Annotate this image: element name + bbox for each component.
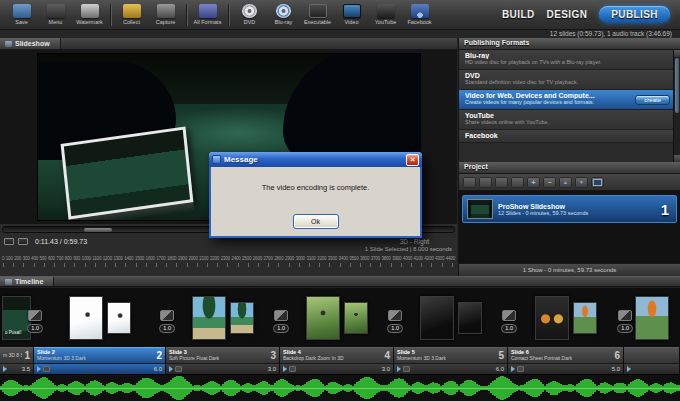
transition-4-5[interactable]: 1.0 [387, 310, 403, 333]
show-list-icon[interactable] [463, 177, 476, 188]
add-show-icon[interactable] [527, 177, 540, 188]
executable-button[interactable]: Executable [301, 1, 334, 29]
play-icon[interactable] [37, 366, 41, 372]
slideshow-item-icon[interactable] [479, 177, 492, 188]
create-button[interactable]: create [635, 95, 670, 105]
timeline-section: Timeline o Pusat! m 3D 8 Spo 1 [0, 276, 680, 401]
slide-2-thumbnail[interactable] [69, 296, 103, 340]
audio-waveform[interactable] [0, 374, 680, 401]
slide-4-namebar: Slide 4 Backdrop Dark Zoom In 3D 4 [280, 347, 393, 363]
bluray-button[interactable]: Blu-ray [267, 1, 300, 29]
slide-3-layer-thumbnail[interactable] [230, 302, 254, 334]
publishing-scrollbar[interactable] [673, 50, 680, 162]
save-button[interactable]: Save [5, 1, 38, 29]
remove-show-icon[interactable] [543, 177, 556, 188]
layers-icon[interactable] [511, 177, 524, 188]
bluray-label: Blu-ray [275, 19, 292, 25]
fullscreen-icon[interactable] [4, 238, 14, 245]
scrollbar-thumb[interactable] [675, 58, 679, 113]
toolbar-separator [110, 4, 111, 26]
toolbar-separator [186, 4, 187, 26]
slide-6-layer-thumbnail[interactable] [573, 302, 597, 334]
pub-item-facebook[interactable]: Facebook [459, 130, 680, 143]
display-icon[interactable] [591, 177, 604, 188]
mode-switcher: BUILD DESIGN PUBLISH [502, 6, 675, 23]
all-formats-button[interactable]: All Formats [191, 1, 224, 29]
slide-3[interactable]: Slide 3 Soft Picture Float Dark 3 3.0 1.… [166, 288, 280, 374]
slide-2-layer-thumbnail[interactable] [107, 302, 131, 334]
tab-slideshow[interactable]: Slideshow [0, 38, 61, 49]
layer-list-icon[interactable] [43, 366, 50, 372]
slide-3-thumbnail[interactable] [192, 296, 226, 340]
move-down-icon[interactable] [575, 177, 588, 188]
slide-6-thumbnail[interactable] [535, 296, 569, 340]
tab-timeline[interactable]: Timeline [0, 277, 54, 286]
slide-1[interactable]: o Pusat! m 3D 8 Spo 1 3.5 1.0 [0, 288, 34, 374]
slide-4-thumbnail[interactable] [306, 296, 340, 340]
slide-7-thumbnail[interactable] [635, 296, 669, 340]
timeline-ruler[interactable]: 0100200300400500600700800900100011001200… [0, 254, 457, 263]
mode-build[interactable]: BUILD [502, 9, 535, 20]
slide-2[interactable]: Slide 2 Momentum 3D 3 Dark 2 6.0 1.0 [34, 288, 166, 374]
video-button[interactable]: Video [335, 1, 368, 29]
play-icon[interactable] [627, 366, 631, 372]
timeline-ruler-wrap[interactable]: 0100200300400500600700800900100011001200… [0, 254, 457, 267]
play-icon[interactable] [397, 366, 401, 372]
pub-item-desc: HD video disc for playback on TVs with a… [465, 59, 668, 66]
facebook-button[interactable]: Facebook [403, 1, 436, 29]
mode-design[interactable]: DESIGN [547, 9, 588, 20]
transition-6-7[interactable]: 1.0 [617, 310, 633, 333]
transition-duration: 1.0 [501, 324, 517, 333]
layer-list-icon[interactable] [517, 366, 524, 372]
transition-3-4[interactable]: 1.0 [273, 310, 289, 333]
slide-6[interactable]: Slide 6 Contact Sheet Portrait Dark 6 5.… [508, 288, 624, 374]
move-up-icon[interactable] [559, 177, 572, 188]
ok-button[interactable]: Ok [293, 214, 339, 229]
watermark-button[interactable]: Watermark [73, 1, 106, 29]
pub-item-youtube[interactable]: YouTube Share videos online with YouTube… [459, 110, 680, 130]
dialog-titlebar[interactable]: Message [209, 152, 422, 167]
slide-4[interactable]: Slide 4 Backdrop Dark Zoom In 3D 4 3.0 1… [280, 288, 394, 374]
pub-item-dvd[interactable]: DVD Standard definition video disc for T… [459, 70, 680, 90]
right-panel: Publishing Formats Blu-ray HD video disc… [458, 38, 680, 276]
slide-7-durbar [624, 363, 679, 374]
pub-item-bluray[interactable]: Blu-ray HD video disc for playback on TV… [459, 50, 680, 70]
mode-publish[interactable]: PUBLISH [599, 6, 670, 23]
show-thumbnail [467, 199, 493, 219]
scroll-up-icon[interactable] [674, 50, 680, 57]
filmstrip-small-icon[interactable] [495, 177, 508, 188]
scroll-down-icon[interactable] [674, 155, 680, 162]
play-icon[interactable] [283, 366, 287, 372]
slide-4-layer-thumbnail[interactable] [344, 302, 368, 334]
transition-1-2[interactable]: 1.0 [27, 310, 43, 333]
play-icon[interactable] [169, 366, 173, 372]
slide-5-thumbnail[interactable] [420, 296, 454, 340]
pub-item-video-for-web[interactable]: Video for Web, Devices and Compute... Cr… [459, 90, 680, 110]
slide-5-layer-thumbnail[interactable] [458, 302, 482, 334]
close-icon[interactable] [406, 154, 419, 166]
youtube-button[interactable]: YouTube [369, 1, 402, 29]
capture-button[interactable]: Capture [149, 1, 182, 29]
capture-label: Capture [156, 19, 176, 25]
layer-list-icon[interactable] [403, 366, 410, 372]
play-icon[interactable] [511, 366, 515, 372]
slideshow-tabbar: Slideshow [0, 38, 457, 50]
slide-3-duration: 3.0 [268, 366, 276, 372]
slide-3-effect: Soft Picture Float Dark [169, 356, 219, 362]
transition-2-3[interactable]: 1.0 [159, 310, 175, 333]
play-icon[interactable] [3, 366, 7, 372]
save-icon [13, 4, 31, 18]
slide-3-number: 3 [268, 350, 276, 361]
fit-screen-icon[interactable] [18, 238, 28, 245]
project-footer: 1 Show - 0 minutes, 59.73 seconds [459, 263, 680, 276]
dvd-button[interactable]: DVD [233, 1, 266, 29]
slide-5[interactable]: Slide 5 Momentum 3D 3 Dark 5 6.0 1.0 [394, 288, 508, 374]
project-show-row[interactable]: ProShow Slideshow 12 Slides - 0 minutes,… [462, 195, 677, 223]
layer-list-icon[interactable] [175, 366, 182, 372]
tab-timeline-label: Timeline [15, 278, 43, 285]
collect-button[interactable]: Collect [115, 1, 148, 29]
transition-5-6[interactable]: 1.0 [501, 310, 517, 333]
seekbar-thumb[interactable] [84, 228, 112, 232]
menu-button[interactable]: Menu [39, 1, 72, 29]
layer-list-icon[interactable] [289, 366, 296, 372]
